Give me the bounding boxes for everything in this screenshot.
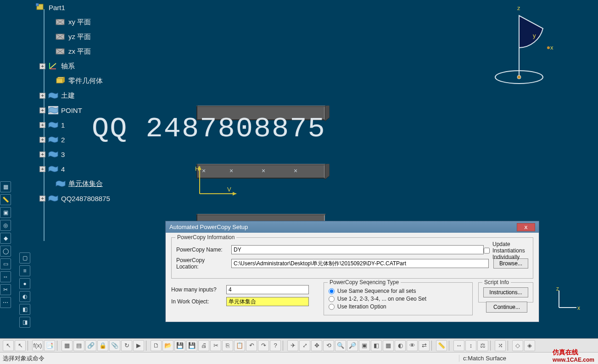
normal-view-icon[interactable]: ▣ xyxy=(359,340,370,351)
cut-icon[interactable]: ✂ xyxy=(210,340,221,351)
swap-icon[interactable]: ⇄ xyxy=(419,340,430,351)
beam-geometry[interactable] xyxy=(196,106,325,120)
tree-item-label[interactable]: QQ2487808875 xyxy=(61,195,110,202)
tree-item-label[interactable]: POINT xyxy=(61,106,82,114)
tree-item-label[interactable]: 2 xyxy=(61,136,65,144)
box-icon[interactable]: ▢ xyxy=(19,252,30,263)
cube-icon[interactable]: ▣ xyxy=(0,207,11,218)
more-icon[interactable]: ⋯ xyxy=(0,297,11,308)
dim2-icon[interactable]: ↕ xyxy=(465,340,476,351)
tree-item-label[interactable]: xy 平面 xyxy=(68,18,91,27)
continue-button[interactable]: Continue... xyxy=(486,302,527,313)
geoset-icon xyxy=(56,179,65,188)
tree-item-label[interactable]: zx 平面 xyxy=(68,47,91,56)
dim-icon[interactable]: ↔ xyxy=(453,340,464,351)
tree-item-label[interactable]: yz 平面 xyxy=(68,33,91,41)
expand-toggle[interactable]: + xyxy=(39,137,45,143)
pointer-icon[interactable]: ↖ xyxy=(3,340,14,351)
undo-icon[interactable]: ↶ xyxy=(246,340,257,351)
shape-icon[interactable]: ◆ xyxy=(0,233,11,244)
new-icon[interactable]: 🗋 xyxy=(151,340,162,351)
expand-toggle[interactable]: + xyxy=(39,122,45,128)
grid-icon[interactable]: ▦ xyxy=(0,181,11,192)
view-icon[interactable]: ◨ xyxy=(19,317,30,328)
spec-tree[interactable]: Part1 xy 平面 yz 平面 zx 平面 + 轴系 零件几何体 + 土建 … xyxy=(36,0,169,206)
tree-item-label[interactable]: 轴系 xyxy=(61,62,75,71)
redo-icon[interactable]: ↷ xyxy=(258,340,269,351)
fit-icon[interactable]: ⤢ xyxy=(299,340,310,351)
ruler-icon[interactable]: 📏 xyxy=(0,194,11,205)
inputs-count-field[interactable] xyxy=(226,285,309,294)
expand-toggle[interactable]: + xyxy=(39,93,45,99)
close-button[interactable]: x xyxy=(517,223,535,231)
catalog-icon[interactable]: 📑 xyxy=(44,340,55,351)
zoom-in-icon[interactable]: 🔍 xyxy=(335,340,346,351)
clip-icon[interactable]: ✂ xyxy=(0,284,11,295)
tree-root-label[interactable]: Part1 xyxy=(49,4,65,11)
table-icon[interactable]: ▦ xyxy=(61,340,73,351)
expand-toggle[interactable]: + xyxy=(39,151,45,157)
print-icon[interactable]: 🖨 xyxy=(198,340,209,351)
seq-same-radio[interactable] xyxy=(329,288,335,294)
shade-icon[interactable]: ◧ xyxy=(19,304,30,315)
expand-toggle[interactable]: + xyxy=(39,63,45,69)
open-icon[interactable]: 📂 xyxy=(162,340,173,351)
axis-sys-icon[interactable]: ⤭ xyxy=(495,340,506,351)
svg-marker-26 xyxy=(196,214,330,215)
wire-icon[interactable]: ≡ xyxy=(19,265,30,276)
formula-icon[interactable]: f(x) xyxy=(32,340,43,351)
expand-toggle[interactable]: + xyxy=(39,107,45,113)
shade-icon[interactable]: ◐ xyxy=(395,340,406,351)
instructions-button[interactable]: Instructions... xyxy=(483,287,528,297)
iso-view-icon[interactable]: ◧ xyxy=(371,340,382,351)
cycle-icon[interactable]: ↻ xyxy=(121,340,132,351)
rotate-icon[interactable]: ⟲ xyxy=(323,340,334,351)
cylinder-icon[interactable]: ◯ xyxy=(0,246,11,257)
tree-item-label[interactable]: 1 xyxy=(61,121,65,129)
wireframe-icon[interactable]: ◇ xyxy=(512,340,523,351)
sphere-icon[interactable]: ● xyxy=(19,278,30,289)
weight-icon[interactable]: ⚖ xyxy=(477,340,488,351)
save-all-icon[interactable]: 💾 xyxy=(186,340,197,351)
expand-toggle[interactable]: + xyxy=(39,196,45,202)
target-icon[interactable]: ◎ xyxy=(0,220,11,231)
render-icon[interactable]: ◐ xyxy=(19,291,30,302)
group-label: Script Info xyxy=(482,279,511,286)
hide-show-icon[interactable]: 👁 xyxy=(407,340,418,351)
lock-icon[interactable]: 🔒 xyxy=(97,340,108,351)
in-work-object-field[interactable] xyxy=(226,297,309,306)
pan-icon[interactable]: ✥ xyxy=(311,340,322,351)
dialog-titlebar[interactable]: Automated PowerCopy Setup x xyxy=(166,221,539,233)
paste-icon[interactable]: 📋 xyxy=(234,340,245,351)
beam-geometry[interactable]: ×××× xyxy=(196,164,325,179)
grid-icon[interactable]: ▤ xyxy=(73,340,84,351)
powercopy-name-input[interactable] xyxy=(231,245,484,254)
help-icon[interactable]: ? xyxy=(270,340,281,351)
inputs-count-label: How many inputs? xyxy=(171,286,222,293)
seq-iteration-radio[interactable] xyxy=(329,304,335,310)
tree-item-label[interactable]: 土建 xyxy=(61,91,75,100)
save-icon[interactable]: 💾 xyxy=(174,340,185,351)
zoom-out-icon[interactable]: 🔎 xyxy=(347,340,358,351)
compass-widget[interactable]: z y x xyxy=(492,2,557,84)
update-individually-input[interactable] xyxy=(484,241,490,260)
multi-view-icon[interactable]: ▦ xyxy=(383,340,394,351)
tree-item-label[interactable]: 3 xyxy=(61,151,65,158)
copy-icon[interactable]: ⎘ xyxy=(222,340,233,351)
powercopy-location-input[interactable] xyxy=(231,259,489,268)
seq-chain-radio[interactable] xyxy=(329,296,335,302)
flyto-icon[interactable]: ✈ xyxy=(287,340,298,351)
measure-icon[interactable]: 📏 xyxy=(436,340,447,351)
tree-item-label[interactable]: 4 xyxy=(61,165,65,173)
tree-item-label[interactable]: 零件几何体 xyxy=(68,77,103,85)
macro-icon[interactable]: ▶ xyxy=(133,340,144,351)
pointer2-icon[interactable]: ↖ xyxy=(15,340,26,351)
clip-icon[interactable]: 📎 xyxy=(109,340,120,351)
surface-icon[interactable]: ◈ xyxy=(524,340,535,351)
measure-icon[interactable]: ↔ xyxy=(0,271,11,282)
expand-toggle[interactable]: + xyxy=(39,166,45,172)
tree-item-label[interactable]: 单元体集合 xyxy=(68,179,103,188)
link-icon[interactable]: 🔗 xyxy=(85,340,96,351)
update-individually-checkbox[interactable]: Update Instantiations Individually xyxy=(484,241,530,260)
sheet-icon[interactable]: ▭ xyxy=(0,258,11,269)
